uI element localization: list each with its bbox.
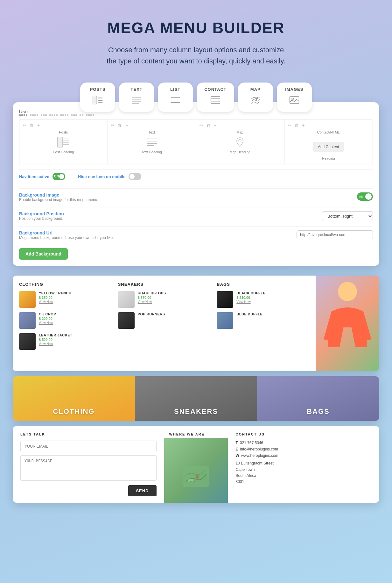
hide-nav-label: Hide nav item on mobile [78,174,126,179]
products-preview-panel: CLOTHING YELLOW TRENCH $ 350.00 View Now… [13,276,379,371]
svg-rect-19 [58,137,63,147]
bg-position-select[interactable]: Bottom, Right [322,211,373,221]
add-icon-contact[interactable]: + [301,123,306,128]
tab-text[interactable]: TEXT [119,83,154,112]
edit-icon-text[interactable]: ✏ [110,123,116,128]
svg-text:Cape Town: Cape Town [189,480,195,482]
contact-us-title: CONTACT US [236,432,372,436]
edit-icon-contact[interactable]: ✏ [287,123,292,128]
clothing-col-title: CLOTHING [19,282,112,287]
col-type-contact: Contact/HTML [317,130,340,134]
contact-form-col: LETS TALK SEND [13,426,164,503]
bags-col-title: BAGS [217,282,309,287]
page-wrapper: MEGA MENU BUILDER Choose from many colum… [0,0,392,527]
column-map: ✏ 🗑 + Map Map Heading [196,119,284,164]
svg-point-31 [196,475,199,478]
bg-position-setting: Background Position Position your backgr… [19,207,373,226]
product-info-yellow-trench: YELLOW TRENCH $ 350.00 View Now [39,291,71,304]
category-section: CLOTHING SNEAKERS BAGS [13,376,379,421]
bg-position-title: Background Position [19,211,64,216]
list-item: CK CROP $ 200.00 View Now [19,312,112,329]
svg-point-29 [338,282,357,301]
bg-url-title: Background Url [19,230,114,235]
send-button[interactable]: SEND [128,485,156,496]
col-heading-contact: Heading [322,156,335,160]
col-heading-posts: Post Heading [53,150,74,154]
delete-icon-text[interactable]: 🗑 [117,123,122,128]
email-input[interactable] [20,441,157,452]
tab-contact[interactable]: CONTACT [197,83,234,112]
nav-active-label: Nav item active [19,174,49,179]
columns-grid: ✏ 🗑 + Posts Post Heading ✏ 🗑 + [19,119,373,164]
delete-icon-contact[interactable]: 🗑 [294,123,299,128]
add-background-button[interactable]: Add Background [19,248,68,260]
product-thumb-yellow-trench [19,291,36,308]
delete-icon-map[interactable]: 🗑 [206,123,211,128]
delete-icon-posts[interactable]: 🗑 [29,123,34,128]
product-thumb-pop-runners [118,312,135,329]
svg-rect-0 [93,96,97,104]
tab-images[interactable]: IMAGES [277,83,312,112]
col-icon-text [145,136,159,148]
add-content-button[interactable]: Add Content [313,142,344,152]
product-thumb-khaki [118,291,135,308]
category-clothing[interactable]: CLOTHING [13,376,135,421]
preview-side-image [316,276,379,371]
text-icon [131,94,142,107]
tab-posts[interactable]: POSTS [80,83,115,112]
add-icon-map[interactable]: + [213,123,218,128]
edit-icon-map[interactable]: ✏ [199,123,204,128]
add-icon-posts[interactable]: + [36,123,41,128]
tab-list[interactable]: LIST [158,83,193,112]
toggle-row: Nav item active ON Hide nav item on mobi… [19,169,373,183]
nav-active-toggle-item: Nav item active ON [19,173,65,180]
col-type-map: Map [237,130,243,134]
list-item: POP RUNNERS [118,312,211,329]
category-bags[interactable]: BAGS [257,376,379,421]
product-col-bags: BAGS BLACK DUFFLE $ 210.00 View Now BLUE… [217,282,309,365]
list-item: BLUE DUFFLE [217,312,309,329]
col-heading-map: Map Heading [230,150,250,154]
add-icon-text[interactable]: + [124,123,130,128]
contact-info-col: CONTACT US T 021 767 5346 E info@heroplu… [228,426,380,503]
hide-nav-toggle[interactable] [129,173,141,180]
bg-image-desc: Enable background image for this mega me… [19,198,98,202]
page-subtitle: Choose from many column layout options a… [85,44,307,67]
map-placeholder: Cape Town [164,438,228,503]
svg-point-18 [292,98,293,100]
list-item: KHAKI HI-TOPS $ 370.00 View Now [118,291,211,308]
bg-url-setting: Background Url Mega menu background url,… [19,226,373,245]
bg-url-input[interactable] [297,230,373,239]
contact-map-col: WHERE WE ARE Cape Town [164,426,228,503]
layout-options[interactable] [19,114,373,116]
product-col-sneakers: SNEAKERS KHAKI HI-TOPS $ 370.00 View Now… [118,282,211,365]
hide-nav-toggle-item: Hide nav item on mobile [78,173,142,180]
bg-image-setting: Background image Enable background image… [19,188,373,207]
edit-icon-posts[interactable]: ✏ [22,123,27,128]
column-text: ✏ 🗑 + Text Text Heading [108,119,196,164]
contact-website: W www.heroplugins.com [236,453,372,458]
nav-active-toggle[interactable]: ON [52,173,65,180]
tab-map[interactable]: MAP [238,83,273,112]
product-thumb-ck-crop [19,312,36,329]
sneakers-col-title: SNEAKERS [118,282,211,287]
list-item: LEATHER JACKET $ 500.00 View Now [19,333,112,350]
products-columns: CLOTHING YELLOW TRENCH $ 350.00 View Now… [13,276,316,371]
category-sneakers[interactable]: SNEAKERS [135,376,257,421]
where-we-are-title: WHERE WE ARE [164,426,228,438]
product-thumb-leather-jacket [19,333,36,350]
list-item: YELLOW TRENCH $ 350.00 View Now [19,291,112,308]
col-icon-posts [56,136,70,148]
contact-address: 10 Buitengracht Street Cape Town South A… [236,460,372,485]
posts-icon [92,94,103,107]
message-textarea[interactable] [20,455,157,481]
col-type-posts: Posts [59,130,68,134]
bg-position-desc: Position your background. [19,216,64,221]
bg-image-title: Background image [19,192,98,198]
product-thumb-blue-duffle [217,312,233,329]
col-heading-text: Text Heading [142,150,162,154]
page-title: MEGA MENU BUILDER [13,19,379,37]
bg-image-toggle[interactable] [357,192,373,201]
contact-section: LETS TALK SEND WHERE WE ARE Cape Town [13,426,379,503]
builder-panel: Layout ✏ 🗑 + Po [13,102,379,266]
